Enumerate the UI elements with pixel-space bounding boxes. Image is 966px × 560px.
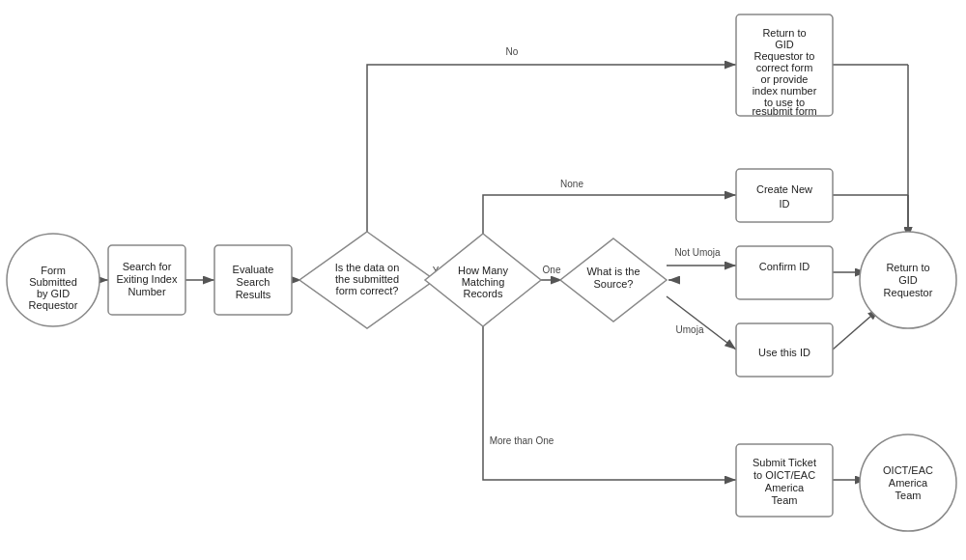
return-gid-box-label2: GID [775,39,794,50]
no-label: No [506,46,519,57]
return-gid-box-label8: resubmit form [752,105,816,117]
how-many-label3: Records [464,288,503,299]
evaluate-label3: Results [236,289,271,300]
is-data-label3: form correct? [336,285,399,296]
more-than-one-label: More than One [490,435,554,446]
form-submitted-label3: by GID [37,288,70,299]
what-source-label1: What is the [586,266,639,277]
return-gid-circle-label1: Return to [886,262,929,273]
search-index-label3: Number [128,286,165,297]
confirm-id-node [736,246,833,299]
return-gid-circle-label2: GID [898,274,918,286]
return-gid-box-label5: or provide [761,73,809,85]
arrow-more-than-one [483,326,736,480]
submit-ticket-label3: America [765,482,805,493]
return-gid-box-label1: Return to [762,27,806,39]
use-this-id-label: Use this ID [758,347,810,358]
oict-label3: Team [895,490,922,501]
arrow-use-to-circle [833,309,879,350]
submit-ticket-label1: Submit Ticket [753,457,816,468]
arrow-none [483,195,736,234]
what-source-label2: Source? [594,278,634,290]
return-gid-box-label3: Requestor to [754,50,815,62]
return-gid-box-label4: correct form [756,62,813,73]
evaluate-label2: Search [237,276,270,288]
submit-ticket-label2: to OICT/EAC [753,469,815,481]
form-submitted-label4: Requestor [29,299,78,311]
umoja-label: Umoja [676,324,704,335]
create-new-id-node [736,169,833,222]
how-many-label1: How Many [458,265,508,276]
oict-label2: America [889,477,928,489]
create-new-id-label1: Create New [756,183,812,195]
is-data-label1: Is the data on [335,262,400,273]
form-submitted-label: Form [41,265,66,276]
return-gid-circle-label3: Requestor [884,287,933,298]
how-many-label2: Matching [462,276,505,288]
search-index-label1: Search for [123,261,172,272]
one-label: One [543,265,561,275]
create-new-id-label2: ID [780,198,790,210]
arrow-umoja [667,296,736,350]
submit-ticket-label4: Team [772,494,798,506]
arrow-no [367,65,736,232]
none-label: None [560,179,583,189]
oict-label1: OICT/EAC [883,464,933,476]
evaluate-label1: Evaluate [233,264,274,275]
is-data-label2: the submitted [335,273,399,285]
confirm-id-label1: Confirm ID [759,261,810,272]
not-umoja-label: Not Umoja [674,247,721,258]
search-index-label2: Exiting Index [117,273,178,285]
return-gid-box-label6: index number [753,85,817,97]
form-submitted-label2: Submitted [29,276,77,288]
